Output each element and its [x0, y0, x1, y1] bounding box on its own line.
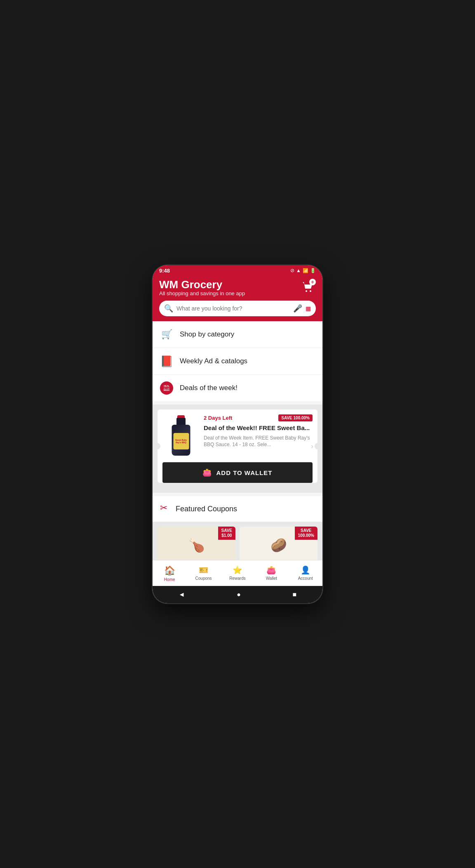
wallet-nav-label: Wallet	[266, 576, 277, 581]
header: WM Grocery All shopping and savings in o…	[153, 275, 322, 322]
phone-screen: 9:48 ⊘ ▲ 📶 🔋 WM Grocery All shopping and…	[153, 265, 322, 603]
home-button[interactable]: ●	[232, 589, 246, 600]
days-left: 2 Days Left	[204, 415, 232, 421]
weekly-ad-icon: 📕	[159, 354, 174, 369]
menu-item-weekly-ad[interactable]: 📕 Weekly Ad & catalogs	[153, 348, 322, 375]
battery-icon: 🔋	[310, 268, 316, 273]
deals-week-icon: DEAL OF THE WEEK	[159, 381, 174, 395]
android-nav-bar: ◄ ● ■	[153, 586, 322, 603]
featured-coupons-label: Featured Coupons	[176, 505, 237, 513]
home-icon: 🏠	[164, 565, 175, 576]
bottom-nav: 🏠 Home 🎫 Coupons ⭐ Rewards 👛 Wallet 👤 Ac…	[153, 560, 322, 586]
bottle-body: Sweet Baby Ray's BBQ	[172, 425, 190, 456]
wifi-icon: ▲	[296, 268, 301, 273]
header-title: WM Grocery All shopping and savings in o…	[159, 279, 245, 297]
rewards-icon: ⭐	[233, 565, 242, 575]
cart-button[interactable]: 0	[299, 279, 316, 296]
shop-category-icon: 🛒	[159, 327, 174, 342]
search-bar[interactable]: 🔍 🎤 ▦	[159, 301, 316, 316]
save-badge: SAVE 100.00%	[278, 414, 313, 421]
account-label: Account	[298, 576, 313, 581]
coupons-row: SAVE$1.00 🍗 SAVE100.00% 🥔	[153, 522, 322, 560]
barcode-icon[interactable]: ▦	[306, 305, 311, 312]
back-button[interactable]: ◄	[174, 589, 190, 600]
deal-title: Deal of the Week!! FREE Sweet Ba...	[204, 424, 313, 432]
nav-item-home[interactable]: 🏠 Home	[157, 564, 182, 583]
svg-text:✂: ✂	[160, 503, 167, 513]
menu-item-deals-week[interactable]: DEAL OF THE WEEK Deals of the week!	[153, 375, 322, 401]
coupon-card-2[interactable]: SAVE100.00% 🥔	[240, 527, 317, 560]
microphone-icon[interactable]: 🎤	[293, 304, 302, 313]
deals-week-label: Deals of the week!	[180, 384, 238, 392]
app-subtitle: All shopping and savings in one app	[159, 290, 245, 296]
nav-item-coupons[interactable]: 🎫 Coupons	[191, 564, 216, 583]
deal-section: Sweet Baby Ray's BBQ 2 Days Left SAVE 10…	[153, 405, 322, 493]
deal-top-row: 2 Days Left SAVE 100.00%	[204, 414, 313, 421]
svg-text:WEEK: WEEK	[164, 389, 170, 391]
svg-point-0	[306, 290, 307, 292]
deal-product-image: Sweet Baby Ray's BBQ	[162, 414, 200, 456]
do-not-disturb-icon: ⊘	[290, 268, 294, 273]
nav-item-account[interactable]: 👤 Account	[293, 564, 318, 583]
wallet-nav-icon: 👛	[266, 565, 276, 575]
deal-info: 2 Days Left SAVE 100.00% Deal of the Wee…	[204, 414, 313, 448]
status-bar: 9:48 ⊘ ▲ 📶 🔋	[153, 265, 322, 275]
status-time: 9:48	[159, 268, 170, 274]
main-content: 🛒 Shop by category 📕 Weekly Ad & catalog…	[153, 321, 322, 560]
deal-arrow-icon: ›	[311, 442, 313, 451]
coupon-1-save-badge: SAVE$1.00	[218, 527, 236, 540]
home-label: Home	[164, 577, 175, 582]
add-to-wallet-label: ADD TO WALLET	[216, 469, 272, 476]
signal-icon: 📶	[303, 268, 308, 273]
nav-item-rewards[interactable]: ⭐ Rewards	[225, 564, 250, 583]
coupons-nav-label: Coupons	[195, 576, 212, 581]
account-icon: 👤	[301, 565, 310, 575]
status-icons: ⊘ ▲ 📶 🔋	[290, 268, 316, 273]
search-input[interactable]	[176, 305, 290, 312]
cart-badge: 0	[309, 279, 316, 285]
shop-category-label: Shop by category	[180, 330, 234, 339]
coupon-card-1[interactable]: SAVE$1.00 🍗	[158, 527, 235, 560]
weekly-ad-label: Weekly Ad & catalogs	[180, 357, 247, 365]
coupon-2-save-badge: SAVE100.00%	[295, 527, 317, 540]
nav-item-wallet[interactable]: 👛 Wallet	[259, 564, 284, 583]
app-name: WM Grocery	[159, 279, 245, 291]
add-to-wallet-button[interactable]: 👛 ADD TO WALLET	[162, 462, 313, 483]
search-icon: 🔍	[164, 304, 173, 313]
menu-item-shop-category[interactable]: 🛒 Shop by category	[153, 321, 322, 348]
menu-section: 🛒 Shop by category 📕 Weekly Ad & catalog…	[153, 321, 322, 401]
bottle-illustration: Sweet Baby Ray's BBQ	[168, 414, 195, 456]
rewards-label: Rewards	[229, 576, 245, 581]
deal-card-top: Sweet Baby Ray's BBQ 2 Days Left SAVE 10…	[158, 409, 317, 461]
featured-coupons-header: ✂ Featured Coupons	[153, 496, 322, 522]
coupons-nav-icon: 🎫	[199, 565, 209, 575]
wallet-button-icon: 👛	[202, 468, 212, 477]
coupons-icon: ✂	[159, 502, 171, 516]
deal-description: Deal of the Week Item. FREE Sweet Baby R…	[204, 435, 313, 449]
bottle-label: Sweet Baby Ray's BBQ	[173, 433, 189, 449]
recents-button[interactable]: ■	[288, 589, 302, 600]
deal-card: Sweet Baby Ray's BBQ 2 Days Left SAVE 10…	[158, 409, 317, 483]
svg-point-1	[310, 290, 311, 292]
phone-frame: 9:48 ⊘ ▲ 📶 🔋 WM Grocery All shopping and…	[153, 265, 322, 603]
